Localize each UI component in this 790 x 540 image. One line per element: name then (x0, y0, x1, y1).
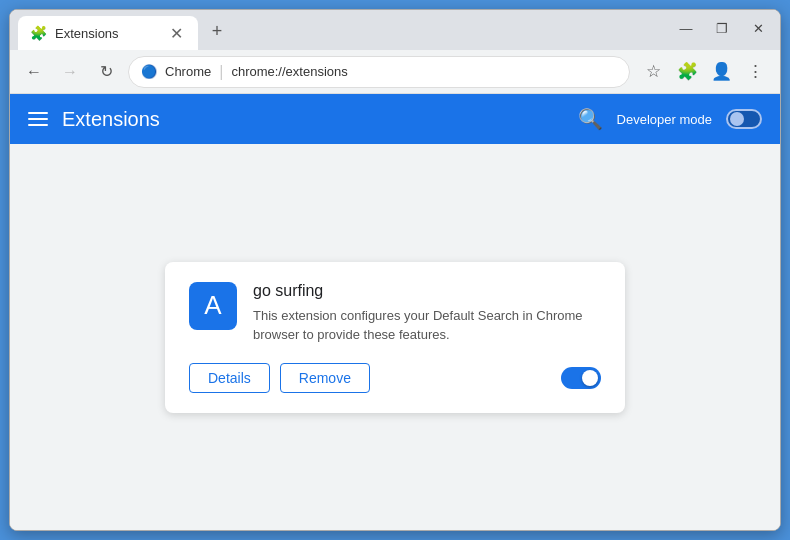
extension-icon: A (189, 282, 237, 330)
details-button[interactable]: Details (189, 363, 270, 393)
tab-close-button[interactable]: ✕ (166, 23, 186, 43)
minimize-button[interactable]: — (672, 14, 700, 42)
back-button[interactable]: ← (20, 58, 48, 86)
browser-window: 🧩 Extensions ✕ + — ❐ ✕ ← → ↻ 🔵 Chrome | … (9, 9, 781, 531)
address-divider: | (219, 63, 223, 81)
extension-info: go surfing This extension configures you… (253, 282, 601, 345)
tab-puzzle-icon: 🧩 (30, 25, 47, 41)
toggle-knob (730, 112, 744, 126)
extension-name: go surfing (253, 282, 601, 300)
hamburger-menu-button[interactable] (28, 112, 48, 126)
window-close-button[interactable]: ✕ (744, 14, 772, 42)
remove-button[interactable]: Remove (280, 363, 370, 393)
extension-description: This extension configures your Default S… (253, 306, 601, 345)
menu-icon[interactable]: ⋮ (740, 57, 770, 87)
nav-bar: ← → ↻ 🔵 Chrome | chrome://extensions ☆ 🧩… (10, 50, 780, 94)
window-controls: — ❐ ✕ (672, 14, 772, 42)
maximize-button[interactable]: ❐ (708, 14, 736, 42)
site-security-icon: 🔵 (141, 64, 157, 79)
extensions-page-title: Extensions (62, 108, 564, 131)
active-tab[interactable]: 🧩 Extensions ✕ (18, 16, 198, 50)
extensions-header: Extensions 🔍 Developer mode (10, 94, 780, 144)
bookmark-icon[interactable]: ☆ (638, 57, 668, 87)
tab-area: 🧩 Extensions ✕ + (18, 10, 664, 50)
extensions-content: 🔍 risk.com A go surfing This extension c… (10, 144, 780, 530)
forward-button[interactable]: → (56, 58, 84, 86)
address-bar[interactable]: 🔵 Chrome | chrome://extensions (128, 56, 630, 88)
refresh-button[interactable]: ↻ (92, 58, 120, 86)
profile-icon[interactable]: 👤 (706, 57, 736, 87)
search-button[interactable]: 🔍 (578, 107, 603, 131)
tab-label: Extensions (55, 26, 119, 41)
extension-card: A go surfing This extension configures y… (165, 262, 625, 413)
toggle-enabled-knob (582, 370, 598, 386)
title-bar: 🧩 Extensions ✕ + — ❐ ✕ (10, 10, 780, 50)
extension-card-footer: Details Remove (189, 363, 601, 393)
site-name: Chrome (165, 64, 211, 79)
extension-card-header: A go surfing This extension configures y… (189, 282, 601, 345)
extension-enable-toggle[interactable] (561, 367, 601, 389)
developer-mode-toggle[interactable] (726, 109, 762, 129)
address-url: chrome://extensions (231, 64, 347, 79)
nav-right-icons: ☆ 🧩 👤 ⋮ (638, 57, 770, 87)
developer-mode-label: Developer mode (617, 112, 712, 127)
new-tab-button[interactable]: + (202, 16, 232, 46)
extensions-icon[interactable]: 🧩 (672, 57, 702, 87)
